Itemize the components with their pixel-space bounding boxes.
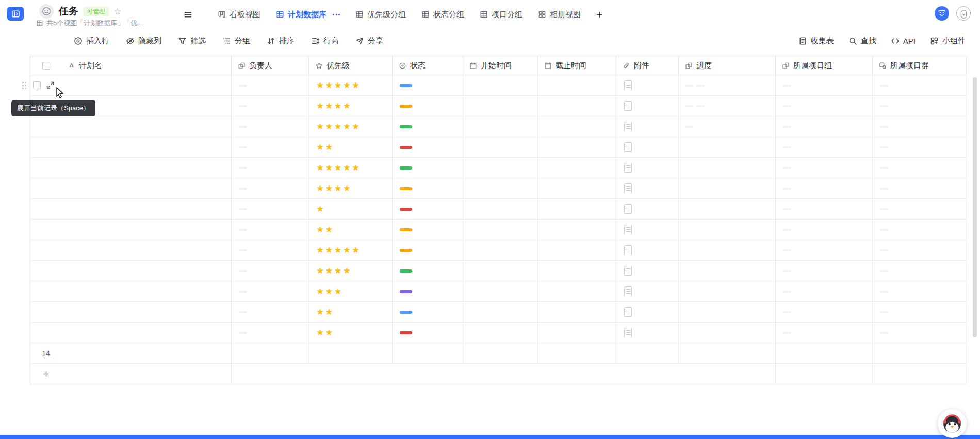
start-date-cell[interactable] <box>463 158 538 178</box>
project-cluster-cell[interactable] <box>873 302 967 322</box>
tab-status-group[interactable]: 状态分组 <box>414 5 472 24</box>
end-date-cell[interactable] <box>538 158 616 178</box>
row-handle-cell[interactable] <box>30 158 61 178</box>
plan-name-cell[interactable] <box>61 281 232 301</box>
add-row-button[interactable] <box>30 364 966 384</box>
insert-row-button[interactable]: 插入行 <box>74 36 109 46</box>
end-date-cell[interactable] <box>538 75 616 95</box>
progress-cell[interactable] <box>679 240 776 260</box>
column-header-project-cluster[interactable]: 所属项目群 <box>873 56 967 75</box>
progress-cell[interactable] <box>679 302 776 322</box>
end-date-cell[interactable] <box>538 261 616 281</box>
priority-cell[interactable]: ★★★★ <box>309 96 393 116</box>
row-handle-cell[interactable] <box>30 116 61 137</box>
table-row[interactable]: ★★★ <box>30 281 966 302</box>
row-handle-cell[interactable] <box>30 240 61 260</box>
plan-name-cell[interactable] <box>61 240 232 260</box>
empty-cell[interactable] <box>776 343 873 363</box>
attachment-cell[interactable] <box>616 261 679 281</box>
attachment-cell[interactable] <box>616 199 679 219</box>
select-all-checkbox[interactable] <box>42 62 50 70</box>
priority-cell[interactable]: ★★ <box>309 137 393 157</box>
attachment-cell[interactable] <box>616 220 679 240</box>
progress-cell[interactable] <box>679 323 776 343</box>
progress-cell[interactable] <box>679 178 776 198</box>
empty-row[interactable]: 14 <box>30 343 966 364</box>
attachment-cell[interactable] <box>616 240 679 260</box>
status-cell[interactable] <box>393 116 463 137</box>
row-handle-cell[interactable] <box>30 137 61 157</box>
tab-project-group[interactable]: 项目分组 <box>472 5 530 24</box>
empty-cell[interactable] <box>679 343 776 363</box>
project-cluster-cell[interactable] <box>873 240 967 260</box>
owner-cell[interactable] <box>232 199 309 219</box>
end-date-cell[interactable] <box>538 116 616 137</box>
plan-name-cell[interactable] <box>61 302 232 322</box>
priority-cell[interactable]: ★★ <box>309 323 393 343</box>
row-handle-cell[interactable]: 14 <box>30 343 61 363</box>
progress-cell[interactable] <box>679 137 776 157</box>
collect-form-button[interactable]: 收集表 <box>798 36 834 46</box>
start-date-cell[interactable] <box>463 137 538 157</box>
plan-name-cell[interactable] <box>61 220 232 240</box>
project-group-cell[interactable] <box>776 116 873 137</box>
column-header-plan-name[interactable]: A 计划名 <box>61 56 232 75</box>
row-handle-cell[interactable] <box>30 178 61 198</box>
user-avatar[interactable] <box>935 6 949 21</box>
end-date-cell[interactable] <box>538 220 616 240</box>
priority-cell[interactable]: ★★★★ <box>309 178 393 198</box>
project-cluster-cell[interactable] <box>873 178 967 198</box>
favorite-star-icon[interactable]: ☆ <box>113 7 121 16</box>
plan-name-cell[interactable] <box>61 323 232 343</box>
attachment-cell[interactable] <box>616 96 679 116</box>
start-date-cell[interactable] <box>463 240 538 260</box>
vertical-scrollbar[interactable] <box>973 77 977 337</box>
project-group-cell[interactable] <box>776 323 873 343</box>
tab-priority-group[interactable]: 优先级分组 <box>348 5 414 24</box>
sidebar-toggle-button[interactable] <box>7 7 24 21</box>
find-button[interactable]: 查找 <box>848 36 876 46</box>
attachment-cell[interactable] <box>616 158 679 178</box>
empty-cell[interactable] <box>309 343 393 363</box>
status-cell[interactable] <box>393 158 463 178</box>
owner-cell[interactable] <box>232 220 309 240</box>
table-row[interactable]: ★★★★ <box>30 261 966 281</box>
status-cell[interactable] <box>393 199 463 219</box>
owner-cell[interactable] <box>232 281 309 301</box>
column-header-end-date[interactable]: 截止时间 <box>538 56 616 75</box>
table-row[interactable]: ★★★★★ <box>30 75 966 96</box>
add-row-plus[interactable] <box>30 364 61 384</box>
share-button[interactable]: 分享 <box>355 36 383 46</box>
column-header-owner[interactable]: 负责人 <box>232 56 309 75</box>
end-date-cell[interactable] <box>538 302 616 322</box>
attachment-cell[interactable] <box>616 178 679 198</box>
start-date-cell[interactable] <box>463 178 538 198</box>
project-cluster-cell[interactable] <box>873 75 967 95</box>
attachment-cell[interactable] <box>616 137 679 157</box>
project-cluster-cell[interactable] <box>873 199 967 219</box>
column-header-project-group[interactable]: 所属项目组 <box>776 56 873 75</box>
end-date-cell[interactable] <box>538 178 616 198</box>
owner-cell[interactable] <box>232 75 309 95</box>
project-cluster-cell[interactable] <box>873 323 967 343</box>
plan-name-cell[interactable] <box>61 261 232 281</box>
status-cell[interactable] <box>393 302 463 322</box>
progress-cell[interactable] <box>679 158 776 178</box>
attachment-cell[interactable] <box>616 75 679 95</box>
status-cell[interactable] <box>393 178 463 198</box>
progress-cell[interactable] <box>679 96 776 116</box>
start-date-cell[interactable] <box>463 323 538 343</box>
mascot-helper-button[interactable] <box>938 409 967 438</box>
project-group-cell[interactable] <box>776 178 873 198</box>
table-row[interactable]: ★★★★ <box>30 96 966 116</box>
owner-cell[interactable] <box>232 261 309 281</box>
progress-cell[interactable] <box>679 116 776 137</box>
start-date-cell[interactable] <box>463 302 538 322</box>
project-group-cell[interactable] <box>776 199 873 219</box>
select-all-cell[interactable] <box>30 56 61 75</box>
attachment-cell[interactable] <box>616 323 679 343</box>
end-date-cell[interactable] <box>538 137 616 157</box>
empty-cell[interactable] <box>463 343 538 363</box>
empty-cell[interactable] <box>61 343 232 363</box>
tab-gallery-view[interactable]: 相册视图 <box>530 5 589 24</box>
